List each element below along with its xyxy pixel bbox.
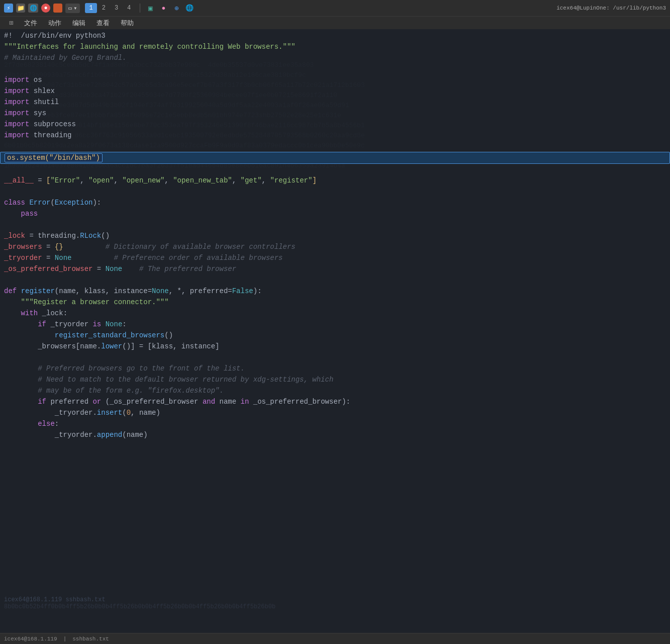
code-line-blank5 bbox=[0, 219, 670, 230]
code-line-blank7 bbox=[0, 352, 670, 363]
titlebar: ⚡ 📁 🌐 ● ▭▾ 1 2 3 4 ▣ ● ⊕ 🌐 icex64@LupinO… bbox=[0, 0, 670, 16]
browser-icon[interactable]: 🌐 bbox=[28, 4, 38, 13]
code-editor[interactable]: 2f7de68238140c5ce0b5dc74f1ad8e07a3bcc732… bbox=[0, 29, 670, 632]
code-line-blank4 bbox=[0, 186, 670, 197]
menu-action[interactable]: 动作 bbox=[43, 18, 66, 29]
code-line-comment-form: # may be of the form e.g. "firefox.deskt… bbox=[0, 385, 670, 396]
code-line-browsers: _browsers = {} # Dictionary of available… bbox=[0, 241, 670, 252]
code-line-register-standard: register_standard_browsers() bbox=[0, 330, 670, 341]
menubar: ⊞ 文件 动作 编辑 查看 帮助 bbox=[0, 16, 670, 29]
menu-help[interactable]: 帮助 bbox=[116, 18, 139, 29]
status-left: icex64@168.1.119 bbox=[4, 636, 57, 642]
code-content[interactable]: #! /usr/bin/env python3 """Interfaces fo… bbox=[0, 29, 670, 441]
code-line-with-lock: with _lock: bbox=[0, 308, 670, 319]
tab-3[interactable]: 3 bbox=[111, 3, 122, 13]
menu-view[interactable]: 查看 bbox=[91, 18, 115, 29]
action-icon-3[interactable]: ⊕ bbox=[171, 3, 181, 13]
code-line-all: __all__ = ["Error", "open", "open_new", … bbox=[0, 175, 670, 186]
code-line-if-tryorder: if _tryorder is None: bbox=[0, 319, 670, 330]
code-line-tryorder-append: _tryorder.append(name) bbox=[0, 429, 670, 440]
code-line-shebang: #! /usr/bin/env python3 bbox=[0, 30, 670, 41]
app-icon-terminal: ⚡ bbox=[4, 4, 13, 13]
code-line-comment-match: # Need to match to the default browser r… bbox=[0, 374, 670, 385]
tab-2[interactable]: 2 bbox=[98, 3, 110, 13]
code-line-tryorder-insert: _tryorder.insert(0, name) bbox=[0, 407, 670, 418]
menu-item-new[interactable]: ⊞ bbox=[4, 18, 18, 28]
code-line-import-shlex: import shlex bbox=[0, 85, 670, 97]
code-line-class: class Error(Exception): bbox=[0, 197, 670, 208]
action-icon-2[interactable]: ● bbox=[158, 3, 168, 13]
code-line-if-preferred: if preferred or (_os_preferred_browser a… bbox=[0, 396, 670, 407]
app-icon-red[interactable]: ● bbox=[41, 4, 50, 13]
code-line-import-sys: import sys bbox=[0, 108, 670, 119]
bottom-overlay: icex64@168.1.119 sshbash.txt 8b0bc0b52b4… bbox=[0, 594, 670, 612]
tab-1[interactable]: 1 bbox=[85, 3, 97, 13]
code-line-injected[interactable]: os.system("/bin/bash") bbox=[0, 152, 670, 164]
statusbar: icex64@168.1.119 | sshbash.txt bbox=[0, 633, 670, 644]
code-line-ospref: _os_preferred_browser = None # The prefe… bbox=[0, 263, 670, 274]
code-line-browsers-assign: _browsers[name.lower()] = [klass, instan… bbox=[0, 341, 670, 352]
code-line-else: else: bbox=[0, 418, 670, 429]
menu-edit[interactable]: 编辑 bbox=[67, 18, 90, 29]
code-line-import-shutil: import shutil bbox=[0, 97, 670, 108]
code-line-blank1 bbox=[0, 63, 670, 74]
menu-file[interactable]: 文件 bbox=[19, 18, 42, 29]
code-line-tryorder: _tryorder = None # Preference order of a… bbox=[0, 252, 670, 263]
tab-bar: 1 2 3 4 bbox=[85, 3, 135, 13]
code-line-comment-preferred: # Preferred browsers go to the front of … bbox=[0, 363, 670, 374]
code-line-import-os: import os bbox=[0, 74, 670, 85]
code-line-lock: _lock = threading.RLock() bbox=[0, 230, 670, 241]
code-line-docstring: """Interfaces for launching and remotely… bbox=[0, 41, 670, 52]
terminal-dropdown[interactable]: ▭▾ bbox=[65, 4, 80, 13]
code-line-blank6 bbox=[0, 274, 670, 286]
code-line-import-threading: import threading bbox=[0, 130, 670, 141]
code-line-def-register: def register(name, klass, instance=None,… bbox=[0, 286, 670, 297]
code-line-blank2 bbox=[0, 141, 670, 152]
file-manager-icon[interactable]: 📁 bbox=[16, 4, 25, 13]
code-line-maintained: # Maintained by Georg Brandl. bbox=[0, 52, 670, 63]
code-line-import-subprocess: import subprocess bbox=[0, 119, 670, 130]
firefox-icon[interactable] bbox=[53, 4, 62, 13]
tab-4[interactable]: 4 bbox=[123, 3, 135, 13]
status-middle: sshbash.txt bbox=[72, 636, 109, 642]
action-icon-4[interactable]: 🌐 bbox=[184, 3, 195, 13]
code-line-docstring2: """Register a browser connector.""" bbox=[0, 297, 670, 308]
code-line-pass: pass bbox=[0, 208, 670, 219]
action-icon-1[interactable]: ▣ bbox=[145, 3, 155, 13]
code-line-blank3 bbox=[0, 164, 670, 175]
separator bbox=[140, 4, 140, 13]
title-right: icex64@LupinOne: /usr/lib/python3 bbox=[556, 5, 666, 11]
